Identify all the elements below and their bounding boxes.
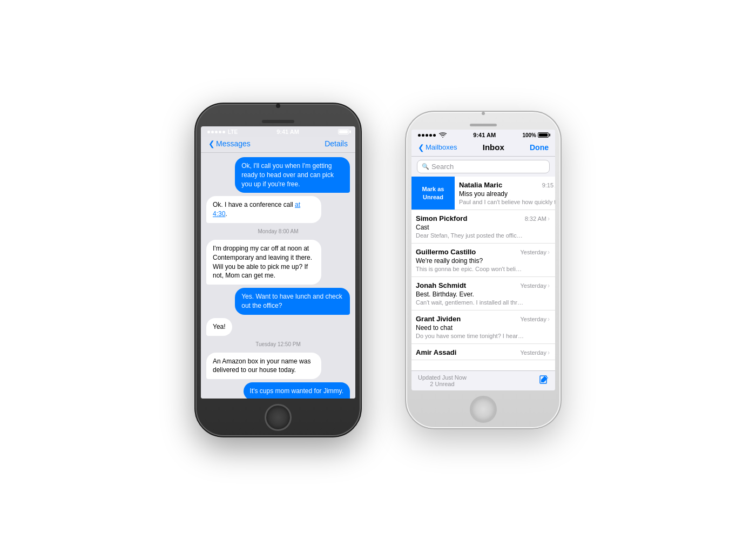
message-bubble-received-2: I'm dropping my car off at noon at Conte… bbox=[206, 240, 321, 285]
bubble-text: Ok. I have a conference call at 4:30. bbox=[206, 196, 321, 223]
mail-nav-bar: ❮ Mailboxes Inbox Done bbox=[411, 140, 555, 157]
mailboxes-back-button[interactable]: ❮ Mailboxes bbox=[418, 143, 457, 152]
home-button-light[interactable] bbox=[470, 396, 497, 423]
chevron-jonah-icon: › bbox=[548, 282, 550, 289]
preview-simon: Dear Stefan, They just posted the offici… bbox=[416, 232, 524, 239]
back-label[interactable]: Messages bbox=[216, 139, 251, 148]
message-bubble-received-1: Ok. I have a conference call at 4:30. bbox=[206, 196, 321, 223]
mail-item-header: Natalia Maric 9:15 AM › bbox=[459, 181, 555, 189]
signal-area-light bbox=[418, 132, 447, 138]
inbox-title: Inbox bbox=[483, 143, 504, 152]
chevron-simon-icon: › bbox=[548, 215, 550, 222]
bubble-text: Ok, I'll call you when I'm getting ready… bbox=[235, 157, 350, 193]
back-button[interactable]: ❮ Messages bbox=[208, 139, 251, 148]
mail-item-header-jonah: Jonah Schmidt Yesterday › bbox=[416, 281, 550, 289]
carrier-label: LTE bbox=[228, 129, 238, 135]
message-bubble-received-3: Yea! bbox=[206, 318, 232, 336]
swipe-mark-unread[interactable]: Mark asUnread bbox=[411, 177, 455, 210]
mail-footer: Updated Just Now 2 Unread bbox=[411, 370, 555, 390]
mail-list: Mark asUnread Natalia Maric 9:15 AM › Mi… bbox=[411, 177, 555, 370]
signal-dots-light bbox=[418, 134, 436, 137]
earpiece-speaker bbox=[262, 120, 294, 123]
mail-item-content-simon: Simon Pickford 8:32 AM › Cast Dear Stefa… bbox=[411, 210, 555, 243]
signal-dot-1 bbox=[207, 131, 210, 133]
mail-item-content-grant: Grant Jividen Yesterday › Need to chat D… bbox=[411, 310, 555, 343]
signal-dot-2 bbox=[211, 131, 214, 133]
battery-area bbox=[338, 129, 349, 134]
sender-grant: Grant Jividen bbox=[416, 315, 461, 323]
battery-pct-label: 100% bbox=[522, 132, 536, 138]
mail-item-guillermo[interactable]: Guillermo Castillo Yesterday › We're rea… bbox=[411, 244, 555, 277]
details-button[interactable]: Details bbox=[325, 139, 348, 148]
status-bar-light: 9:41 AM 100% bbox=[411, 130, 555, 140]
updated-text: Updated Just Now bbox=[418, 374, 467, 381]
battery-area-light: 100% bbox=[522, 132, 549, 138]
wifi-icon bbox=[439, 132, 447, 138]
preview-jonah: Can't wait, gentlemen. I installed all t… bbox=[416, 299, 524, 306]
signal-dot-4 bbox=[219, 131, 221, 133]
time-natalia: 9:15 AM bbox=[542, 182, 555, 188]
subject-natalia: Miss you already bbox=[459, 190, 555, 198]
timestamp-tuesday: Tuesday 12:50 PM bbox=[206, 341, 350, 347]
mail-item-jonah[interactable]: Jonah Schmidt Yesterday › Best. Birthday… bbox=[411, 277, 555, 310]
time-chevron-simon: 8:32 AM › bbox=[525, 215, 550, 222]
mail-item-simon[interactable]: Simon Pickford 8:32 AM › Cast Dear Stefa… bbox=[411, 210, 555, 244]
signal-dots bbox=[207, 131, 225, 133]
mailboxes-label[interactable]: Mailboxes bbox=[426, 143, 457, 151]
mail-item-header-simon: Simon Pickford 8:32 AM › bbox=[416, 214, 550, 222]
time-guillermo: Yesterday bbox=[520, 249, 546, 255]
sender-guillermo: Guillermo Castillo bbox=[416, 248, 476, 256]
phone-light: 9:41 AM 100% ❮ Mailboxes Inbox Done bbox=[405, 111, 562, 429]
camera-dot-light bbox=[482, 112, 485, 115]
preview-guillermo: This is gonna be epic. Coop won't believ… bbox=[416, 266, 524, 272]
sig-dot-4 bbox=[429, 134, 432, 137]
bubble-text: I'm dropping my car off at noon at Conte… bbox=[206, 240, 321, 285]
status-bar-dark: LTE 9:41 AM bbox=[201, 126, 355, 137]
time-display: 9:41 AM bbox=[276, 129, 299, 135]
messages-nav-bar: ❮ Messages Details bbox=[201, 137, 355, 153]
mail-item-content-jonah: Jonah Schmidt Yesterday › Best. Birthday… bbox=[411, 277, 555, 310]
home-button-dark[interactable] bbox=[265, 404, 292, 431]
sig-dot-5 bbox=[433, 134, 436, 137]
time-amir: Yesterday bbox=[520, 349, 546, 356]
time-chevron-jonah: Yesterday › bbox=[520, 282, 550, 289]
chevron-grant-icon: › bbox=[548, 315, 550, 323]
mail-item-grant[interactable]: Grant Jividen Yesterday › Need to chat D… bbox=[411, 310, 555, 344]
mail-item-amir[interactable]: Amir Assadi Yesterday › bbox=[411, 344, 555, 360]
bubble-text: It's cups mom wanted for Jimmy. bbox=[244, 382, 350, 399]
search-bar: 🔍 Search bbox=[411, 157, 555, 177]
search-input-box[interactable]: 🔍 Search bbox=[417, 160, 550, 173]
compose-button[interactable] bbox=[539, 375, 549, 387]
timestamp-monday: Monday 8:00 AM bbox=[206, 228, 350, 234]
subject-jonah: Best. Birthday. Ever. bbox=[416, 291, 550, 298]
subject-simon: Cast bbox=[416, 224, 550, 231]
done-button[interactable]: Done bbox=[530, 143, 549, 152]
time-chevron-grant: Yesterday › bbox=[520, 315, 550, 323]
sender-natalia: Natalia Maric bbox=[459, 181, 502, 189]
mail-item-header-amir: Amir Assadi Yesterday › bbox=[416, 348, 550, 356]
back-chevron-icon: ❮ bbox=[208, 139, 215, 148]
time-chevron: 9:15 AM › bbox=[542, 181, 555, 189]
sig-dot-3 bbox=[426, 134, 428, 137]
signal-dot-5 bbox=[222, 131, 225, 133]
mail-item-content-amir: Amir Assadi Yesterday › bbox=[411, 344, 555, 360]
sender-jonah: Jonah Schmidt bbox=[416, 281, 466, 289]
mail-item-content-guillermo: Guillermo Castillo Yesterday › We're rea… bbox=[411, 244, 555, 276]
mail-item-header-guillermo: Guillermo Castillo Yesterday › bbox=[416, 248, 550, 256]
mail-item-natalia[interactable]: Mark asUnread Natalia Maric 9:15 AM › Mi… bbox=[411, 177, 555, 210]
scene: LTE 9:41 AM ❮ Messages bbox=[0, 103, 756, 437]
earpiece-light bbox=[470, 124, 497, 126]
camera-sensor bbox=[276, 104, 280, 108]
link-430[interactable]: at 4:30 bbox=[213, 201, 300, 218]
bubble-text: An Amazon box in your name was delivered… bbox=[206, 353, 321, 380]
time-simon: 8:32 AM bbox=[525, 215, 546, 222]
message-bubble-sent-3: It's cups mom wanted for Jimmy. bbox=[244, 382, 350, 399]
sender-amir: Amir Assadi bbox=[416, 348, 456, 356]
battery-icon bbox=[338, 129, 349, 134]
search-magnify-icon: 🔍 bbox=[422, 163, 429, 170]
message-bubble-sent-2: Yes. Want to have lunch and check out th… bbox=[235, 288, 350, 315]
bubble-text: Yea! bbox=[206, 318, 232, 336]
sent-with-delivered: It's cups mom wanted for Jimmy. Delivere… bbox=[244, 382, 350, 399]
phone-dark: LTE 9:41 AM ❮ Messages bbox=[194, 103, 362, 437]
sender-simon: Simon Pickford bbox=[416, 214, 467, 222]
